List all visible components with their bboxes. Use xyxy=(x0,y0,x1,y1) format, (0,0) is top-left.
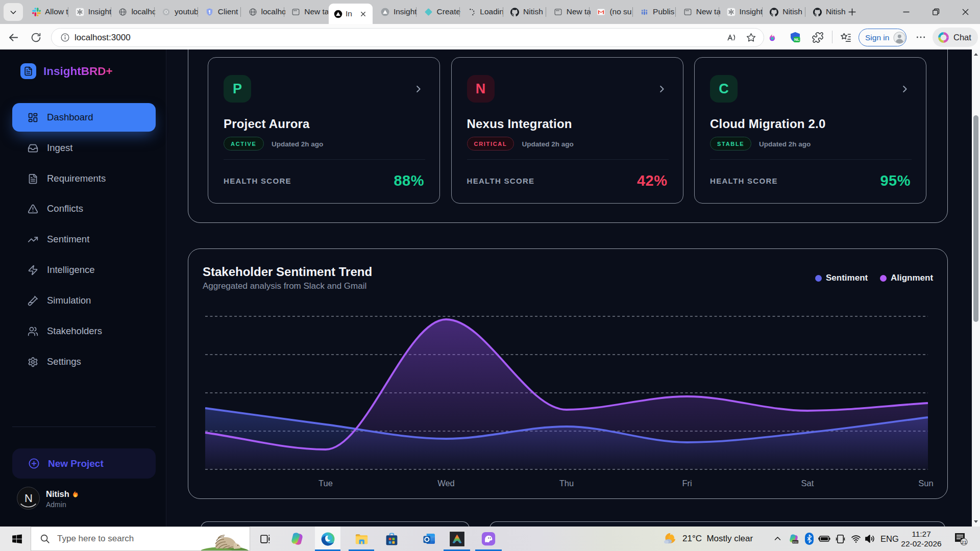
svg-text:Tue: Tue xyxy=(318,479,333,488)
svg-text:M365: M365 xyxy=(793,541,798,543)
svg-text:NL: NL xyxy=(794,37,799,42)
svg-text:Sat: Sat xyxy=(801,479,814,488)
svg-text:Sun: Sun xyxy=(918,479,933,488)
svg-text:Wed: Wed xyxy=(437,479,455,488)
svg-text:Fri: Fri xyxy=(682,479,692,488)
svg-text:21: 21 xyxy=(961,539,967,545)
svg-text:Thu: Thu xyxy=(559,479,574,488)
